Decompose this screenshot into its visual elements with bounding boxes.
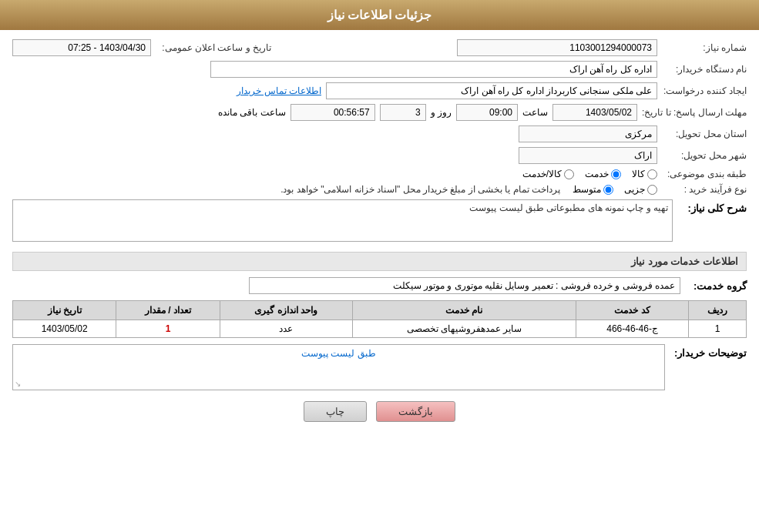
th-unit: واحد اندازه گیری xyxy=(220,301,352,320)
radio-kala-label: کالا xyxy=(632,169,645,179)
field-rooz: 3 xyxy=(380,104,426,121)
section2-header: اطلاعات خدمات مورد نیاز xyxy=(12,252,747,271)
label-ijad: ایجاد کننده درخواست: xyxy=(662,85,747,96)
row-mohlat: مهلت ارسال پاسخ: تا تاریخ: 1403/05/02 سا… xyxy=(12,104,747,121)
label-namdastgah: نام دستگاه خریدار: xyxy=(662,64,747,75)
sharh-container: تهیه و چاپ نمونه های مطبوعاتی طبق لیست پ… xyxy=(12,199,673,244)
tosih-box-container: طبق لیست پیوست ↘ xyxy=(12,344,665,390)
th-count: تعداد / مقدار xyxy=(116,301,220,320)
row-shahr: شهر محل تحویل: اراک xyxy=(12,147,747,164)
table-body: 1 ج-46-46-466 سایر عمدهفروشیهای تخصصی عد… xyxy=(13,320,747,338)
radio-motoset[interactable]: متوسط xyxy=(573,184,613,195)
page-title: جزئیات اطلاعات نیاز xyxy=(327,8,432,22)
field-gorohe: عمده فروشی و خرده فروشی : تعمیر وسایل نق… xyxy=(249,277,680,294)
field-namdastgah: اداره کل راه آهن اراک xyxy=(210,61,657,78)
row-namdastgah: نام دستگاه خریدار: اداره کل راه آهن اراک xyxy=(12,61,747,78)
radio-khedmat[interactable]: خدمت xyxy=(585,169,621,179)
td-radif: 1 xyxy=(689,320,747,338)
table-head: ردیف کد خدمت نام خدمت واحد اندازه گیری ت… xyxy=(13,301,747,320)
row-shomare: شماره نیاز: 1103001294000073 تاریخ و ساع… xyxy=(12,39,747,56)
row-sharh: شرح کلی نیاز: تهیه و چاپ نمونه های مطبوع… xyxy=(12,199,747,244)
row-gorohe: گروه خدمت: عمده فروشی و خرده فروشی : تعم… xyxy=(12,277,747,294)
purchase-note: پرداخت تمام یا بخشی از مبلغ خریدار محل "… xyxy=(280,184,560,195)
radio-khedmat-label: خدمت xyxy=(585,169,609,179)
tosih-corner: ↘ xyxy=(15,380,21,388)
field-mohlat-date: 1403/05/02 xyxy=(552,104,637,121)
radio-jazei-input[interactable] xyxy=(647,185,657,195)
section2-title: اطلاعات خدمات مورد نیاز xyxy=(631,256,738,267)
label-mande: ساعت باقی مانده xyxy=(218,107,286,118)
radio-tabaqe: کالا خدمت کالا/خدمت xyxy=(522,169,657,179)
row-ostan: استان محل تحویل: مرکزی xyxy=(12,125,747,142)
items-table: ردیف کد خدمت نام خدمت واحد اندازه گیری ت… xyxy=(12,300,747,338)
content-area: شماره نیاز: 1103001294000073 تاریخ و ساع… xyxy=(0,30,759,442)
label-tarikh: تاریخ و ساعت اعلان عمومی: xyxy=(156,42,271,53)
label-tosih: توضیحات خریدار: xyxy=(670,344,747,359)
row-tosih: توضیحات خریدار: طبق لیست پیوست ↘ xyxy=(12,344,747,390)
row-tabaqe: طبقه بندی موضوعی: کالا خدمت کالا/خدمت xyxy=(12,169,747,179)
label-shomare: شماره نیاز: xyxy=(662,42,747,53)
row-nooe: نوع فرآیند خرید : جزیی متوسط پرداخت تمام… xyxy=(12,184,747,195)
radio-motoset-label: متوسط xyxy=(573,184,601,195)
radio-jazei[interactable]: جزیی xyxy=(624,184,657,195)
label-rooz: روز و xyxy=(431,107,452,118)
td-count: 1 xyxy=(116,320,220,338)
td-unit: عدد xyxy=(220,320,352,338)
table-header-row: ردیف کد خدمت نام خدمت واحد اندازه گیری ت… xyxy=(13,301,747,320)
label-mohlat: مهلت ارسال پاسخ: تا تاریخ: xyxy=(642,107,747,118)
th-radif: ردیف xyxy=(689,301,747,320)
field-shahr: اراک xyxy=(519,147,657,164)
td-tarikh: 1403/05/02 xyxy=(13,320,116,338)
buttons-row: بازگشت چاپ xyxy=(12,401,747,433)
link-ettelaat[interactable]: اطلاعات تماس خریدار xyxy=(237,85,321,96)
field-tarikh: 1403/04/30 - 07:25 xyxy=(12,39,151,56)
label-gorohe: گروه خدمت: xyxy=(685,280,747,292)
th-tarikh: تاریخ نیاز xyxy=(13,301,116,320)
label-shahr: شهر محل تحویل: xyxy=(662,150,747,161)
field-mande: 00:56:57 xyxy=(291,104,375,121)
radio-jazei-label: جزیی xyxy=(624,184,645,195)
page-container: جزئیات اطلاعات نیاز شماره نیاز: 11030012… xyxy=(0,0,759,532)
field-saat: 09:00 xyxy=(456,104,518,121)
label-saat: ساعت xyxy=(522,107,548,118)
th-code: کد خدمت xyxy=(576,301,689,320)
row-ijad: ایجاد کننده درخواست: علی ملکی سنجانی کار… xyxy=(12,82,747,99)
radio-kala[interactable]: کالا xyxy=(632,169,657,179)
label-nooe: نوع فرآیند خرید : xyxy=(662,184,747,195)
td-code: ج-46-46-466 xyxy=(576,320,689,338)
sharh-textarea[interactable] xyxy=(12,199,673,242)
field-ostan: مرکزی xyxy=(519,125,657,142)
radio-kala-khedmat[interactable]: کالا/خدمت xyxy=(522,169,574,179)
label-sharh: شرح کلی نیاز: xyxy=(677,199,747,214)
label-tabaqe: طبقه بندی موضوعی: xyxy=(662,169,747,179)
radio-kala-input[interactable] xyxy=(647,169,657,179)
td-name: سایر عمدهفروشیهای تخصصی xyxy=(352,320,576,338)
field-shomare: 1103001294000073 xyxy=(457,39,657,56)
back-button[interactable]: بازگشت xyxy=(376,401,455,422)
radio-motoset-input[interactable] xyxy=(603,185,613,195)
radio-kala-khedmat-input[interactable] xyxy=(564,169,574,179)
tosih-inner: طبق لیست پیوست xyxy=(13,345,664,362)
radio-khedmat-input[interactable] xyxy=(611,169,621,179)
print-button[interactable]: چاپ xyxy=(304,401,367,422)
radio-nooe: جزیی متوسط xyxy=(573,184,657,195)
label-ostan: استان محل تحویل: xyxy=(662,129,747,139)
page-header: جزئیات اطلاعات نیاز xyxy=(0,0,759,30)
radio-kala-khedmat-label: کالا/خدمت xyxy=(522,169,562,179)
field-ijad: علی ملکی سنجانی کاربرداز اداره کل راه آه… xyxy=(326,82,657,99)
th-name: نام خدمت xyxy=(352,301,576,320)
table-row: 1 ج-46-46-466 سایر عمدهفروشیهای تخصصی عد… xyxy=(13,320,747,338)
